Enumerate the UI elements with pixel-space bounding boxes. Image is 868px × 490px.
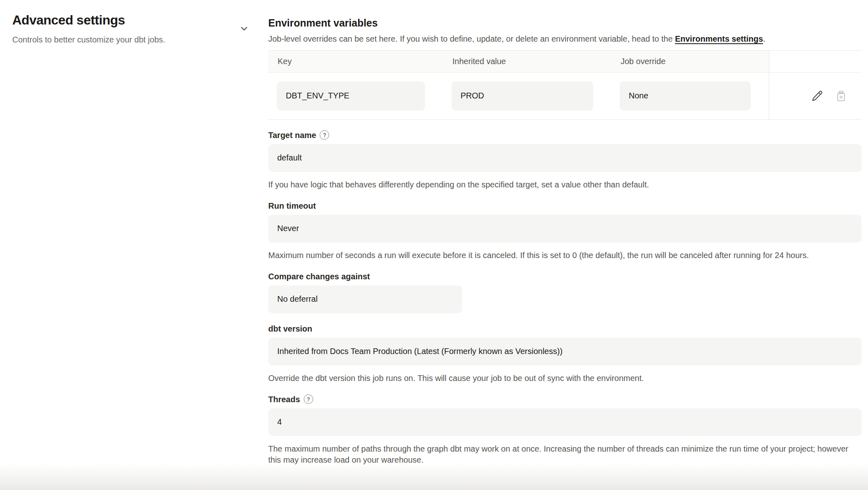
- delete-env-var-button[interactable]: [834, 89, 848, 103]
- target-name-label-text: Target name: [268, 130, 316, 140]
- target-name-label: Target name ?: [268, 130, 861, 140]
- target-name-helper: If you have logic that behaves different…: [268, 179, 861, 190]
- environments-settings-link[interactable]: Environments settings: [675, 34, 763, 43]
- threads-helper: The maximum number of paths through the …: [268, 443, 861, 466]
- section-info-text: Advanced settings Controls to better cus…: [12, 13, 165, 45]
- page-subtitle: Controls to better customize your dbt jo…: [12, 34, 165, 45]
- help-icon[interactable]: ?: [304, 394, 313, 404]
- env-var-inherited-cell: PROD: [443, 73, 611, 119]
- compare-changes-label: Compare changes against: [268, 272, 861, 281]
- column-header-key: Key: [268, 51, 443, 72]
- compare-changes-select[interactable]: No deferral: [268, 285, 462, 313]
- field-target-name: Target name ? default If you have logic …: [268, 130, 861, 190]
- threads-input[interactable]: 4: [268, 408, 861, 436]
- target-name-input[interactable]: default: [268, 144, 861, 172]
- threads-label: Threads ?: [268, 394, 861, 404]
- run-timeout-input[interactable]: Never: [268, 215, 861, 243]
- dbt-version-label-text: dbt version: [268, 324, 312, 334]
- pencil-icon: [811, 89, 824, 102]
- advanced-settings-form: Environment variables Job-level override…: [268, 0, 868, 490]
- run-timeout-helper: Maximum number of seconds a run will exe…: [268, 250, 861, 261]
- section-info-panel: Advanced settings Controls to better cus…: [0, 0, 268, 490]
- env-vars-description: Job-level overrides can be set here. If …: [268, 33, 861, 44]
- env-var-table-row: DBT_ENV_TYPE PROD None: [268, 73, 861, 119]
- run-timeout-label: Run timeout: [268, 201, 861, 211]
- field-threads: Threads ? 4 The maximum number of paths …: [268, 394, 861, 466]
- field-compare-changes: Compare changes against No deferral: [268, 272, 861, 313]
- env-vars-table: Key Inherited value Job override DBT_ENV…: [268, 50, 861, 120]
- dbt-version-helper: Override the dbt version this job runs o…: [268, 373, 861, 384]
- dbt-version-select[interactable]: Inherited from Docs Team Production (Lat…: [268, 338, 861, 365]
- threads-label-text: Threads: [268, 394, 300, 404]
- env-var-key-cell: DBT_ENV_TYPE: [268, 73, 443, 119]
- column-header-inherited-value: Inherited value: [443, 51, 611, 72]
- trash-icon: [835, 89, 847, 102]
- column-header-actions: [769, 51, 861, 72]
- env-var-key-value: DBT_ENV_TYPE: [277, 81, 425, 111]
- edit-env-var-button[interactable]: [810, 89, 825, 103]
- compare-changes-label-text: Compare changes against: [268, 272, 370, 281]
- collapse-section-button[interactable]: [238, 22, 250, 35]
- run-timeout-label-text: Run timeout: [268, 201, 316, 211]
- field-run-timeout: Run timeout Never Maximum number of seco…: [268, 201, 861, 261]
- env-vars-heading: Environment variables: [268, 17, 861, 29]
- chevron-down-icon: [238, 23, 250, 34]
- env-var-job-override-value: None: [620, 81, 751, 111]
- help-icon[interactable]: ?: [320, 130, 329, 140]
- page-title: Advanced settings: [12, 13, 165, 27]
- dbt-version-label: dbt version: [268, 324, 861, 334]
- env-vars-description-period: .: [763, 34, 766, 43]
- env-var-inherited-value: PROD: [452, 81, 593, 111]
- env-vars-description-text: Job-level overrides can be set here. If …: [268, 34, 675, 43]
- env-var-actions-cell: [769, 73, 861, 119]
- advanced-settings-page: Advanced settings Controls to better cus…: [0, 0, 868, 490]
- column-header-job-override: Job override: [611, 51, 769, 72]
- field-dbt-version: dbt version Inherited from Docs Team Pro…: [268, 324, 861, 384]
- env-vars-table-header: Key Inherited value Job override: [268, 51, 861, 73]
- env-var-override-cell: None: [611, 73, 769, 119]
